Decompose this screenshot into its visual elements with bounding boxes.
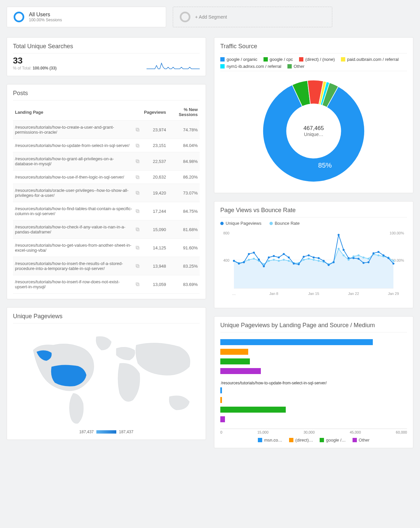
pageviews-cell: 22,537 (142, 152, 168, 171)
table-row[interactable]: /resources/tutorials/how-to-insert-the-r… (13, 257, 200, 275)
svg-rect-8 (136, 191, 139, 194)
new-sessions-cell: 83.25% (168, 257, 200, 275)
table-row[interactable]: /resources/tutorials/how-to-use-if-then-… (13, 171, 200, 184)
svg-point-82 (338, 234, 340, 236)
legend-item[interactable]: msn.co… (258, 438, 282, 443)
svg-point-81 (333, 261, 335, 263)
legend-item[interactable]: (direct)… (289, 438, 313, 443)
svg-rect-11 (137, 210, 139, 213)
svg-point-70 (278, 256, 280, 258)
hbar-row[interactable] (220, 396, 407, 404)
traffic-title: Traffic Source (220, 43, 407, 54)
table-row[interactable]: /resources/tutorials/how-to-create-a-use… (13, 121, 200, 139)
hbar-row[interactable] (220, 405, 407, 414)
svg-point-79 (323, 260, 325, 262)
open-link-icon[interactable] (135, 143, 140, 148)
new-sessions-cell: 84.98% (168, 152, 200, 171)
map-title: Unique Pageviews (13, 313, 200, 324)
svg-point-74 (298, 263, 300, 265)
swatch-icon (220, 57, 225, 62)
svg-point-64 (248, 253, 250, 255)
legend-item[interactable]: google / cpc (263, 57, 293, 62)
open-link-icon[interactable] (135, 127, 140, 132)
new-sessions-cell: 73.07% (168, 184, 200, 202)
svg-point-43 (308, 258, 310, 260)
svg-point-72 (288, 256, 290, 258)
hbar-card: Unique Pageviews by Landing Page and Sou… (214, 316, 413, 448)
svg-point-37 (278, 260, 280, 262)
hbar-row[interactable] (220, 347, 407, 356)
add-segment-label: + Add Segment (195, 14, 227, 20)
svg-point-35 (268, 260, 270, 262)
hbar-row[interactable] (220, 357, 407, 366)
open-link-icon[interactable] (135, 175, 140, 180)
table-row[interactable]: /resources/tutorials/how-to-insert-if-ro… (13, 275, 200, 294)
legend-item[interactable]: Other (287, 64, 305, 69)
table-row[interactable]: /resources/tutorials/how-to-update-from-… (13, 139, 200, 152)
open-link-icon[interactable] (135, 191, 140, 195)
open-link-icon[interactable] (135, 264, 140, 268)
open-link-icon[interactable] (135, 282, 140, 287)
hbar-row[interactable] (220, 415, 407, 424)
svg-rect-13 (137, 229, 139, 231)
open-link-icon[interactable] (135, 159, 140, 164)
pv-bounce-chart[interactable]: 800 400 100.00% 50.00% …Jan 8Jan 15Jan 2… (220, 228, 407, 302)
donut-center-value: 467,465 (303, 125, 324, 132)
svg-point-36 (273, 259, 275, 261)
col-pageviews[interactable]: Pageviews (142, 104, 168, 121)
table-row[interactable]: /resources/tutorials/how-to-grant-all-pr… (13, 152, 200, 171)
legend-item[interactable]: paid.outbrain.com / referral (341, 57, 399, 62)
table-row[interactable]: /resources/tutorials/how-to-find-tables-… (13, 202, 200, 220)
segment-all-users[interactable]: All Users 100.00% Sessions (7, 7, 166, 27)
add-segment-icon (180, 12, 190, 22)
svg-point-63 (243, 261, 245, 263)
legend-item[interactable]: google /… (320, 438, 346, 443)
hbar-chart[interactable]: /resources/tutorials/how-to-update-from-… (220, 336, 407, 427)
svg-point-57 (377, 254, 379, 256)
hbar-row[interactable] (220, 338, 407, 346)
new-sessions-cell: 86.20% (168, 171, 200, 184)
pageviews-cell: 15,090 (142, 220, 168, 239)
add-segment-button[interactable]: + Add Segment (173, 7, 332, 27)
svg-rect-1 (137, 129, 139, 131)
svg-text:85%: 85% (318, 162, 332, 169)
segment-subtitle: 100.00% Sessions (29, 18, 62, 22)
svg-text:Jan 22: Jan 22 (348, 292, 359, 296)
col-new-sessions[interactable]: % New Sessions (168, 104, 200, 121)
col-landing-page[interactable]: Landing Page (13, 104, 142, 121)
landing-page-text: /resources/tutorials/oracle-user-privile… (15, 188, 133, 198)
open-link-icon[interactable] (135, 227, 140, 232)
svg-rect-4 (136, 160, 139, 162)
new-sessions-cell: 83.69% (168, 275, 200, 294)
searches-card: Total Unique Searches 33 % of Total: 100… (7, 37, 206, 76)
posts-card: Posts Landing Page Pageviews % New Sessi… (7, 84, 206, 299)
table-row[interactable]: /resources/tutorials/how-to-get-values-f… (13, 239, 200, 257)
world-map[interactable] (13, 327, 200, 427)
legend-item[interactable]: nym1-ib.adnxs.com / referral (220, 64, 281, 69)
svg-point-44 (313, 259, 315, 261)
legend-item[interactable]: Other (353, 438, 370, 443)
hbar-row[interactable] (220, 367, 407, 375)
svg-rect-12 (136, 228, 139, 230)
open-link-icon[interactable] (135, 245, 140, 250)
pageviews-cell: 17,244 (142, 202, 168, 220)
open-link-icon[interactable] (135, 209, 140, 213)
svg-point-83 (343, 249, 345, 251)
table-row[interactable]: /resources/tutorials/oracle-user-privile… (13, 184, 200, 202)
svg-point-90 (377, 251, 379, 253)
svg-point-80 (328, 264, 330, 266)
dot-icon (220, 222, 224, 225)
svg-text:Jan 29: Jan 29 (388, 292, 399, 296)
svg-rect-19 (137, 284, 139, 286)
svg-rect-5 (137, 161, 139, 163)
svg-point-31 (248, 259, 250, 261)
legend-item[interactable]: google / organic (220, 57, 258, 62)
svg-marker-27 (234, 249, 393, 288)
svg-text:…: … (232, 292, 236, 296)
new-sessions-cell: 91.60% (168, 239, 200, 257)
hbar-legend: msn.co…(direct)…google /…Other (220, 438, 407, 443)
legend-item[interactable]: (direct) / (none) (299, 57, 335, 62)
table-row[interactable]: /resources/tutorials/how-to-check-if-any… (13, 220, 200, 239)
posts-title: Posts (13, 90, 200, 100)
hbar-row[interactable] (220, 386, 407, 395)
